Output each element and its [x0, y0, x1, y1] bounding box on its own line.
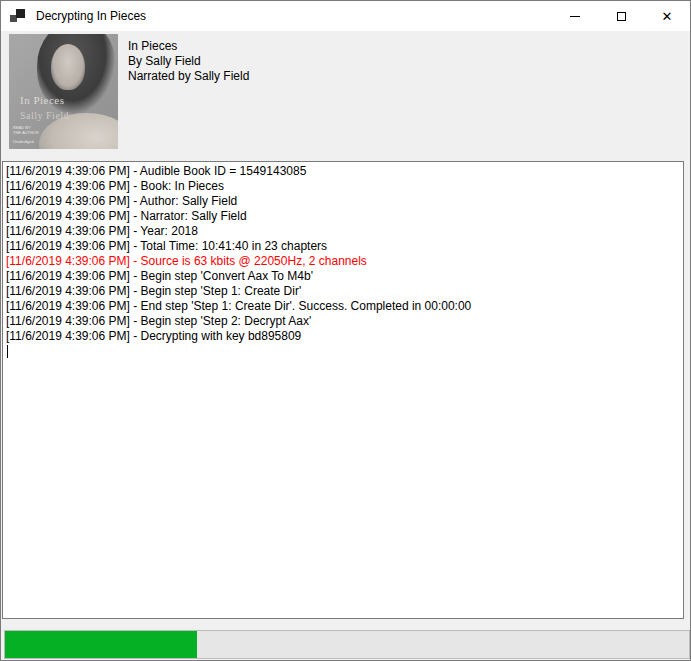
- decrypt-window: Decrypting In Pieces ✕ In Pieces Sally F…: [0, 0, 691, 661]
- log-line: [11/6/2019 4:39:06 PM] - Begin step 'Ste…: [6, 284, 680, 299]
- minimize-button[interactable]: [552, 1, 598, 31]
- minimize-icon: [570, 16, 580, 17]
- close-button[interactable]: ✕: [644, 1, 690, 31]
- log-line: [11/6/2019 4:39:06 PM] - Narrator: Sally…: [6, 209, 680, 224]
- decrypt-progress-bar: [4, 630, 690, 659]
- log-line: [11/6/2019 4:39:06 PM] - Begin step 'Con…: [6, 269, 680, 284]
- cover-edition-text: Unabridged: [13, 139, 34, 144]
- book-author: By Sally Field: [128, 54, 249, 69]
- cover-portrait-face: [51, 44, 85, 90]
- log-lines: [11/6/2019 4:39:06 PM] - Audible Book ID…: [6, 164, 680, 344]
- log-line: [11/6/2019 4:39:06 PM] - Decrypting with…: [6, 329, 680, 344]
- log-line: [11/6/2019 4:39:06 PM] - Audible Book ID…: [6, 164, 680, 179]
- app-window-icon: [10, 8, 26, 24]
- book-narrator: Narrated by Sally Field: [128, 69, 249, 84]
- cover-title-text: In Pieces: [20, 94, 65, 106]
- cover-read-by-text: READ BY THE AUTHOR: [13, 125, 39, 135]
- text-caret: [7, 345, 8, 358]
- maximize-icon: [617, 12, 626, 21]
- book-info: In Pieces By Sally Field Narrated by Sal…: [128, 39, 249, 84]
- log-line: [11/6/2019 4:39:06 PM] - Begin step 'Ste…: [6, 314, 680, 329]
- log-line: [11/6/2019 4:39:06 PM] - Source is 63 kb…: [6, 254, 680, 269]
- book-cover-image: In Pieces Sally Field READ BY THE AUTHOR…: [9, 34, 118, 149]
- title-bar[interactable]: Decrypting In Pieces ✕: [1, 1, 690, 31]
- book-title: In Pieces: [128, 39, 249, 54]
- window-title: Decrypting In Pieces: [36, 9, 146, 23]
- progress-bar-fill: [5, 631, 197, 658]
- log-line: [11/6/2019 4:39:06 PM] - Author: Sally F…: [6, 194, 680, 209]
- log-line: [11/6/2019 4:39:06 PM] - Year: 2018: [6, 224, 680, 239]
- log-line: [11/6/2019 4:39:06 PM] - Book: In Pieces: [6, 179, 680, 194]
- cover-author-text: Sally Field: [20, 110, 69, 121]
- log-output-textbox[interactable]: [11/6/2019 4:39:06 PM] - Audible Book ID…: [2, 161, 684, 619]
- close-icon: ✕: [662, 10, 673, 23]
- log-line: [11/6/2019 4:39:06 PM] - End step 'Step …: [6, 299, 680, 314]
- window-controls: ✕: [552, 1, 690, 31]
- maximize-button[interactable]: [598, 1, 644, 31]
- log-line: [11/6/2019 4:39:06 PM] - Total Time: 10:…: [6, 239, 680, 254]
